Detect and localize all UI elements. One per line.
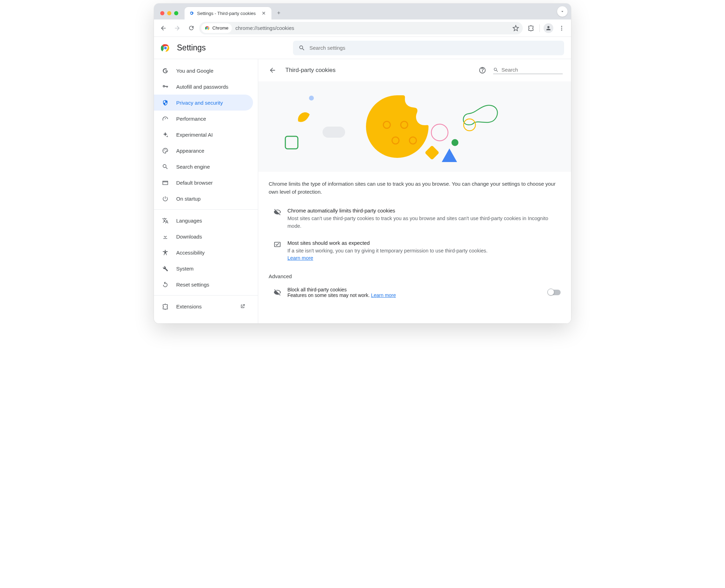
sidebar-item-privacy[interactable]: Privacy and security <box>154 95 253 111</box>
search-icon <box>299 45 305 51</box>
site-chip[interactable]: Chrome <box>201 23 232 33</box>
inline-search[interactable] <box>493 67 563 74</box>
browser-window: Settings - Third-party cookies ✕ Chrome … <box>154 3 571 323</box>
svg-point-22 <box>451 139 458 146</box>
gear-icon <box>189 10 194 16</box>
checkbox-icon <box>274 241 281 263</box>
browser-toolbar: Chrome chrome://settings/cookies <box>154 19 571 37</box>
eye-off-icon <box>274 208 281 230</box>
row-desc: Features on some sites may not work. <box>287 292 371 298</box>
sidebar-item-extensions[interactable]: Extensions <box>154 298 253 314</box>
row-title: Chrome automatically limits third-party … <box>287 208 561 214</box>
page-title: Third-party cookies <box>285 67 336 74</box>
sidebar-item-downloads[interactable]: Downloads <box>154 228 253 244</box>
row-title: Most sites should work as expected <box>287 240 561 246</box>
power-icon <box>162 195 169 202</box>
browser-tab[interactable]: Settings - Third-party cookies ✕ <box>185 7 271 19</box>
external-link-icon <box>240 304 245 309</box>
sidebar-item-languages[interactable]: Languages <box>154 212 253 228</box>
sidebar-item-you-and-google[interactable]: You and Google <box>154 63 253 79</box>
download-icon <box>162 233 169 240</box>
profile-button[interactable] <box>543 22 554 34</box>
fullscreen-window-button[interactable] <box>174 11 178 15</box>
close-window-button[interactable] <box>160 11 164 15</box>
close-tab-button[interactable]: ✕ <box>260 10 267 17</box>
svg-rect-20 <box>323 127 345 138</box>
svg-point-2 <box>207 27 208 29</box>
svg-point-5 <box>561 29 562 30</box>
back-arrow-button[interactable] <box>267 64 278 76</box>
svg-rect-23 <box>425 145 439 160</box>
settings-header: Settings <box>154 37 571 59</box>
sidebar-item-reset[interactable]: Reset settings <box>154 276 253 292</box>
settings-body: You and Google Autofill and passwords Pr… <box>154 59 571 323</box>
wrench-icon <box>162 265 169 272</box>
chip-label: Chrome <box>212 25 228 31</box>
bookmark-star-icon[interactable] <box>511 23 521 33</box>
search-icon <box>493 67 499 73</box>
learn-more-link[interactable]: Learn more <box>371 292 396 298</box>
eye-off-icon <box>274 289 281 296</box>
sidebar-item-label: Accessibility <box>176 250 205 256</box>
svg-point-9 <box>163 150 164 151</box>
minimize-window-button[interactable] <box>167 11 171 15</box>
sidebar-item-label: System <box>176 266 194 272</box>
inline-search-input[interactable] <box>502 67 563 73</box>
sidebar-item-label: Reset settings <box>176 282 209 288</box>
back-button[interactable] <box>157 22 169 34</box>
extensions-button[interactable] <box>525 22 537 34</box>
search-settings-input[interactable] <box>309 45 559 51</box>
block-all-row: Block all third-party cookies Features o… <box>269 282 561 303</box>
svg-rect-18 <box>285 136 298 149</box>
sidebar-item-label: Experimental AI <box>176 132 213 138</box>
browser-icon <box>162 179 169 186</box>
sidebar-item-appearance[interactable]: Appearance <box>154 143 253 159</box>
address-bar[interactable]: Chrome chrome://settings/cookies <box>199 22 523 34</box>
sidebar-item-accessibility[interactable]: Accessibility <box>154 244 253 260</box>
sidebar-item-label: Extensions <box>176 304 202 309</box>
sidebar-item-search-engine[interactable]: Search engine <box>154 159 253 175</box>
search-settings-box[interactable] <box>293 41 564 55</box>
kebab-menu-button[interactable] <box>556 22 568 34</box>
sidebar-item-label: Default browser <box>176 180 213 186</box>
svg-point-11 <box>165 149 166 150</box>
block-all-toggle[interactable] <box>548 290 561 295</box>
new-tab-button[interactable] <box>274 8 284 18</box>
palette-icon <box>162 147 169 154</box>
sidebar-item-label: Search engine <box>176 164 210 170</box>
learn-more-link[interactable]: Learn more <box>287 255 313 261</box>
info-row-should-work: Most sites should work as expected If a … <box>269 235 561 267</box>
puzzle-icon <box>162 303 169 310</box>
svg-point-21 <box>431 124 448 141</box>
separator <box>539 24 540 32</box>
google-g-icon <box>162 67 169 74</box>
sidebar-item-system[interactable]: System <box>154 260 253 276</box>
svg-point-24 <box>464 119 475 131</box>
advanced-label: Advanced <box>269 273 561 279</box>
tab-overflow-button[interactable] <box>557 6 568 17</box>
svg-point-3 <box>561 26 562 27</box>
sidebar-item-performance[interactable]: Performance <box>154 111 253 127</box>
sidebar-divider <box>154 295 258 296</box>
tab-strip: Settings - Third-party cookies ✕ <box>154 3 571 19</box>
svg-point-10 <box>164 149 165 150</box>
tab-title: Settings - Third-party cookies <box>197 11 258 16</box>
sidebar-divider <box>154 209 258 210</box>
search-icon <box>162 163 169 170</box>
info-row-auto-limit: Chrome automatically limits third-party … <box>269 203 561 235</box>
forward-button[interactable] <box>171 22 183 34</box>
sidebar-item-label: Autofill and passwords <box>176 84 228 90</box>
reload-button[interactable] <box>185 22 197 34</box>
sidebar-item-experimental-ai[interactable]: Experimental AI <box>154 127 253 143</box>
sidebar-item-default-browser[interactable]: Default browser <box>154 175 253 191</box>
sidebar-item-autofill[interactable]: Autofill and passwords <box>154 79 253 95</box>
help-icon[interactable] <box>479 66 486 74</box>
sidebar-item-on-startup[interactable]: On startup <box>154 191 253 207</box>
reset-icon <box>162 281 169 288</box>
svg-point-8 <box>164 47 167 49</box>
key-icon <box>162 83 169 90</box>
sidebar-item-label: On startup <box>176 196 201 202</box>
row-desc: If a site isn't working, you can try giv… <box>287 248 488 253</box>
svg-point-4 <box>561 27 562 29</box>
sidebar-item-label: Appearance <box>176 148 204 154</box>
